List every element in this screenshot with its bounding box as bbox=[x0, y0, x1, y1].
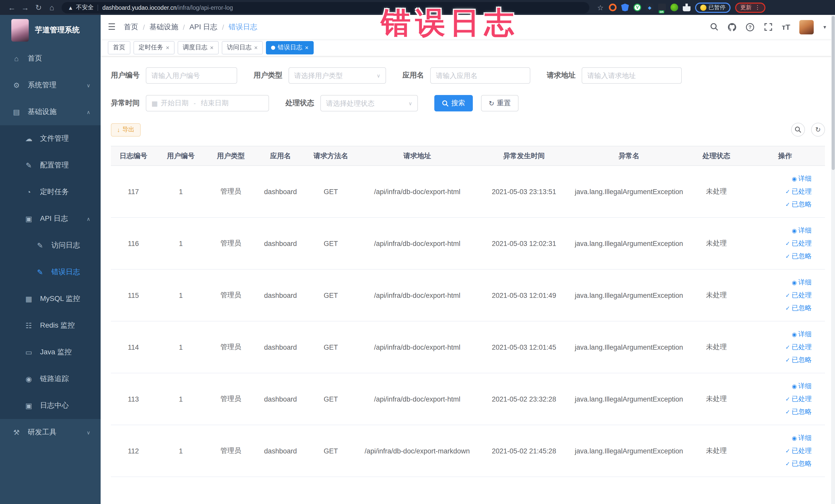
sidebar-item-系统管理[interactable]: ⚙系统管理∨ bbox=[0, 72, 101, 99]
sidebar-item-Java 监控[interactable]: ▭Java 监控 bbox=[0, 339, 101, 366]
export-button[interactable]: ↓ 导出 bbox=[111, 123, 141, 136]
cell-exception: java.lang.IllegalArgumentException bbox=[570, 218, 688, 269]
browser-update-chip[interactable]: 更新 ⋮ bbox=[735, 2, 766, 13]
app-name-label: 应用名 bbox=[403, 71, 424, 80]
update-chip-label: 更新 bbox=[740, 4, 752, 11]
back-arrow-icon[interactable]: ← bbox=[5, 3, 19, 12]
action-已处理-link[interactable]: ✓已处理 bbox=[786, 343, 812, 352]
eye-icon: ◉ bbox=[792, 383, 797, 389]
home-icon[interactable]: ⌂ bbox=[45, 3, 59, 12]
sidebar-item-研发工具[interactable]: ⚒研发工具∨ bbox=[0, 419, 101, 446]
action-label: 已处理 bbox=[792, 187, 812, 196]
sidebar-item-首页[interactable]: ⌂首页 bbox=[0, 45, 101, 72]
reload-icon[interactable]: ↻ bbox=[32, 3, 45, 12]
tab-访问日志[interactable]: 访问日志× bbox=[222, 41, 263, 54]
action-已忽略-link[interactable]: ✓已忽略 bbox=[786, 200, 812, 209]
action-详细-link[interactable]: ◉详细 bbox=[792, 434, 812, 443]
sidebar-item-Redis 监控[interactable]: ☷Redis 监控 bbox=[0, 312, 101, 339]
search-icon[interactable] bbox=[710, 22, 719, 32]
tab-定时任务[interactable]: 定时任务× bbox=[134, 41, 175, 54]
sidebar-item-定时任务[interactable]: ◔定时任务 bbox=[0, 179, 101, 205]
forward-arrow-icon[interactable]: → bbox=[19, 3, 32, 12]
toggle-search-button[interactable] bbox=[791, 123, 805, 137]
extension-shield-blue-icon[interactable] bbox=[621, 4, 629, 11]
github-icon[interactable] bbox=[728, 22, 737, 32]
date-range-picker[interactable]: ▦ 开始日期 - 结束日期 bbox=[146, 95, 269, 112]
end-date-placeholder[interactable]: 结束日期 bbox=[201, 99, 229, 108]
action-已忽略-link[interactable]: ✓已忽略 bbox=[786, 355, 812, 365]
request-url-input[interactable] bbox=[587, 72, 676, 79]
app-logo-row[interactable]: 芋道管理系统 bbox=[0, 15, 101, 45]
sidebar-item-文件管理[interactable]: ☁文件管理 bbox=[0, 125, 101, 152]
breadcrumb-item-首页[interactable]: 首页 bbox=[124, 22, 138, 32]
sidebar-item-错误日志[interactable]: ✎错误日志 bbox=[0, 259, 101, 285]
tab-错误日志[interactable]: 错误日志× bbox=[266, 41, 314, 54]
action-已忽略-link[interactable]: ✓已忽略 bbox=[786, 407, 812, 417]
action-详细-link[interactable]: ◉详细 bbox=[792, 278, 812, 287]
action-详细-link[interactable]: ◉详细 bbox=[792, 382, 812, 391]
tab-调度日志[interactable]: 调度日志× bbox=[178, 41, 219, 54]
avatar-caret-down-icon[interactable]: ▼ bbox=[822, 24, 827, 29]
breadcrumb-item-基础设施[interactable]: 基础设施 bbox=[149, 22, 178, 32]
sidebar-item-基础设施[interactable]: ▤基础设施∧ bbox=[0, 99, 101, 125]
action-已忽略-link[interactable]: ✓已忽略 bbox=[786, 251, 812, 261]
tab-close-icon[interactable]: × bbox=[305, 44, 308, 51]
sidebar-item-日志中心[interactable]: ▣日志中心 bbox=[0, 392, 101, 419]
user-avatar[interactable] bbox=[799, 20, 814, 34]
sidebar-item-链路追踪[interactable]: ◉链路追踪 bbox=[0, 366, 101, 392]
process-status-select-input[interactable] bbox=[326, 99, 405, 107]
extension-puzzle-white-icon[interactable] bbox=[683, 4, 691, 11]
tab-close-icon[interactable]: × bbox=[166, 44, 169, 51]
extension-circle-green-icon[interactable]: V bbox=[633, 4, 641, 11]
sidebar-item-API 日志[interactable]: ▣API 日志∧ bbox=[0, 205, 101, 232]
tab-close-icon[interactable]: × bbox=[254, 44, 258, 51]
fullscreen-icon[interactable] bbox=[763, 22, 773, 32]
action-详细-link[interactable]: ◉详细 bbox=[792, 174, 812, 183]
action-已忽略-link[interactable]: ✓已忽略 bbox=[786, 459, 812, 468]
bookmark-star-icon[interactable]: ☆ bbox=[596, 4, 604, 11]
page-scrollbar[interactable] bbox=[831, 15, 835, 504]
user-id-input[interactable] bbox=[151, 72, 231, 79]
sidebar-item-访问日志[interactable]: ✎访问日志 bbox=[0, 232, 101, 259]
paused-chip[interactable]: 已暂停 bbox=[695, 2, 731, 13]
tab-close-icon[interactable]: × bbox=[210, 44, 213, 51]
page-scrollbar-thumb[interactable] bbox=[832, 16, 835, 170]
app-name-input[interactable] bbox=[436, 72, 525, 79]
check-icon: ✓ bbox=[786, 201, 790, 208]
refresh-table-button[interactable]: ↻ bbox=[811, 123, 825, 137]
extension-leaf-green-icon[interactable] bbox=[670, 4, 678, 11]
action-详细-link[interactable]: ◉详细 bbox=[792, 330, 812, 339]
table-row-116: 1161管理员dashboardGET/api/infra/db-doc/exp… bbox=[111, 218, 825, 269]
action-label: 已处理 bbox=[792, 446, 812, 456]
sidebar-item-配置管理[interactable]: ✎配置管理 bbox=[0, 152, 101, 179]
cell-user_type: 管理员 bbox=[206, 373, 256, 425]
font-size-icon[interactable]: ᴛT bbox=[781, 22, 791, 32]
breadcrumb-item-错误日志[interactable]: 错误日志 bbox=[229, 22, 258, 32]
help-icon[interactable]: ? bbox=[746, 22, 755, 32]
action-已忽略-link[interactable]: ✓已忽略 bbox=[786, 303, 812, 313]
browser-menu-icon[interactable]: ⋮ bbox=[755, 4, 760, 11]
address-bar[interactable]: ▲ 不安全 dashboard.yudao.iocoder.cn/infra/l… bbox=[62, 2, 589, 13]
breadcrumb-item-API 日志[interactable]: API 日志 bbox=[189, 22, 218, 32]
start-date-placeholder[interactable]: 开始日期 bbox=[161, 99, 189, 108]
user-type-select[interactable]: ∨ bbox=[288, 67, 386, 84]
column-header-异常发生时间: 异常发生时间 bbox=[478, 146, 570, 166]
action-已处理-link[interactable]: ✓已处理 bbox=[786, 187, 812, 196]
action-已处理-link[interactable]: ✓已处理 bbox=[786, 239, 812, 248]
action-已处理-link[interactable]: ✓已处理 bbox=[786, 446, 812, 456]
action-已处理-link[interactable]: ✓已处理 bbox=[786, 395, 812, 404]
action-已处理-link[interactable]: ✓已处理 bbox=[786, 291, 812, 300]
extension-ring-orange-icon[interactable] bbox=[609, 4, 616, 11]
user-type-select-input[interactable] bbox=[294, 72, 373, 79]
extension-switch-on-icon[interactable] bbox=[658, 4, 666, 11]
cell-log_id: 117 bbox=[111, 166, 156, 218]
sidebar-collapse-icon[interactable]: ☰ bbox=[108, 22, 116, 32]
action-详细-link[interactable]: ◉详细 bbox=[792, 226, 812, 235]
sidebar-item-MySQL 监控[interactable]: ▦MySQL 监控 bbox=[0, 285, 101, 312]
process-status-select[interactable]: ∨ bbox=[320, 95, 418, 112]
tab-首页[interactable]: 首页 bbox=[108, 41, 130, 54]
search-button[interactable]: 搜索 bbox=[434, 95, 473, 112]
cell-log_id: 113 bbox=[111, 373, 156, 425]
extension-grid-drop-icon[interactable]: ◆ bbox=[646, 4, 653, 11]
reset-button[interactable]: ↻ 重置 bbox=[481, 95, 518, 112]
